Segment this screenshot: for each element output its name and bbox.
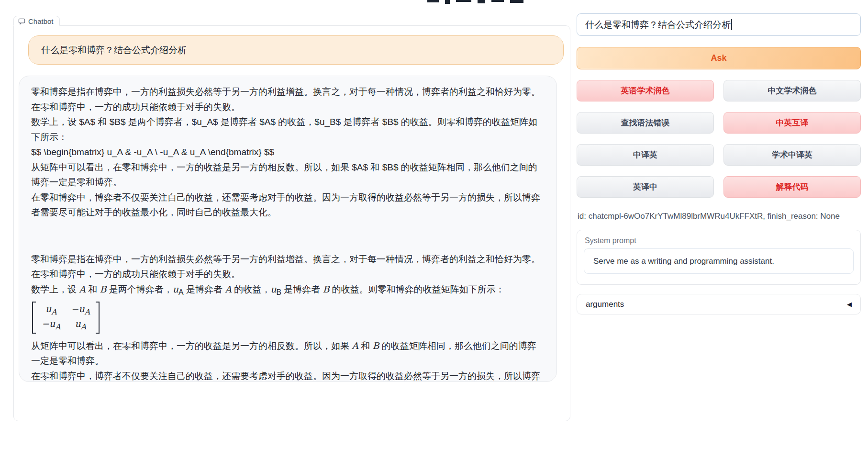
chat-bubble-icon (18, 18, 25, 25)
button-label: 学术中译英 (772, 149, 812, 160)
button-english-academic-polish[interactable]: 英语学术润色 (577, 80, 714, 101)
user-message-text: 什么是零和博弈？结合公式介绍分析 (41, 44, 187, 56)
button-zh-to-en[interactable]: 中译英 (577, 144, 714, 166)
chatbot-panel-label: Chatbot (13, 16, 60, 26)
button-explain-code[interactable]: 解释代码 (723, 176, 861, 198)
system-prompt-input[interactable]: Serve me as a writing and programming as… (584, 248, 854, 274)
text-run: 是博弈者 (281, 284, 323, 294)
button-find-grammar-errors[interactable]: 查找语法错误 (577, 112, 714, 134)
arguments-accordion-label: arguments (586, 300, 624, 309)
button-chinese-academic-polish[interactable]: 中文学术润色 (723, 80, 861, 101)
quick-action-button-grid: 英语学术润色 中文学术润色 查找语法错误 中英互译 中译英 学术中译英 英译中 … (577, 80, 861, 198)
button-academic-zh-to-en[interactable]: 学术中译英 (723, 144, 861, 166)
text-run: 是两个博弈者， (107, 284, 173, 294)
title-glyph-fragment (445, 0, 450, 4)
button-label: 英语学术润色 (621, 85, 670, 96)
bot-message-raw-markdown: 零和博弈是指在博弈中，一方的利益损失必然等于另一方的利益增益。换言之，对于每一种… (31, 84, 545, 220)
button-label: 解释代码 (776, 181, 809, 192)
button-label: 中文学术润色 (768, 85, 817, 96)
system-prompt-label: System prompt (585, 236, 860, 245)
title-glyph-fragment (510, 0, 523, 3)
button-label: 查找语法错误 (621, 117, 670, 128)
button-label: 英译中 (633, 181, 657, 192)
math-subscript: B (276, 288, 281, 296)
text-run: 和 (358, 341, 373, 351)
matrix-cell: −uA (42, 318, 61, 333)
response-status-line: id: chatcmpl-6wOo7KrYTwMl89lbrMWRu4UkFFX… (578, 212, 862, 221)
ask-button-label: Ask (711, 53, 726, 63)
user-message-bubble: 什么是零和博弈？结合公式介绍分析 (28, 35, 564, 65)
question-input-value: 什么是零和博弈？结合公式介绍分析 (585, 19, 731, 31)
matrix-left-bracket (32, 302, 36, 334)
math-var: B (373, 340, 379, 351)
button-label: 中英互译 (776, 117, 809, 128)
math-subscript: A (178, 288, 184, 296)
text-run: 的收益。则零和博弈的收益矩阵如下所示： (330, 284, 505, 294)
text-run: 的收益， (232, 284, 270, 294)
rendered-matrix-row: uA −uA −uA uA (31, 300, 545, 338)
math-var: A (352, 340, 358, 351)
chatbot-panel-label-text: Chatbot (28, 17, 54, 25)
system-prompt-value: Serve me as a writing and programming as… (593, 257, 774, 266)
bot-message-rendered-math-intro: 数学上，设 A 和 B 是两个博弈者，uA 是博弈者 A 的收益，uB 是博弈者… (31, 282, 545, 300)
accordion-collapsed-arrow-icon: ◀ (847, 301, 852, 308)
clipped-page-title (427, 0, 537, 4)
matrix-cell: −uA (71, 303, 90, 318)
math-var: u (270, 284, 276, 294)
button-label: 中译英 (633, 149, 657, 160)
text-run: 从矩阵中可以看出，在零和博弈中，一方的收益是另一方的相反数。所以，如果 (31, 341, 352, 351)
bot-message-bubble: 零和博弈是指在博弈中，一方的利益损失必然等于另一方的利益增益。换言之，对于每一种… (19, 76, 557, 382)
text-run: 是博弈者 (184, 284, 225, 294)
arguments-accordion-header[interactable]: arguments ◀ (577, 294, 861, 314)
payoff-matrix: uA −uA −uA uA (32, 302, 100, 334)
text-cursor (731, 19, 732, 30)
ask-button[interactable]: Ask (577, 47, 861, 69)
matrix-cell: uA (42, 303, 61, 318)
title-glyph-fragment (456, 0, 471, 2)
title-glyph-fragment (478, 0, 485, 3)
paragraph-gap (31, 220, 545, 252)
button-en-to-zh[interactable]: 英译中 (577, 176, 714, 198)
text-run: 数学上，设 (31, 284, 79, 294)
title-glyph-fragment (491, 0, 504, 2)
math-var: A (225, 284, 232, 294)
matrix-cell: uA (71, 318, 90, 333)
math-var: A (79, 284, 86, 294)
question-input[interactable]: 什么是零和博弈？结合公式介绍分析 (577, 13, 861, 36)
bot-message-rendered-conclusion: 从矩阵中可以看出，在零和博弈中，一方的收益是另一方的相反数。所以，如果 A 和 … (31, 338, 545, 369)
matrix-right-bracket (96, 302, 100, 334)
title-glyph-fragment (427, 0, 439, 2)
bot-message-rendered-p1: 零和博弈是指在博弈中，一方的利益损失必然等于另一方的利益增益。换言之，对于每一种… (31, 252, 545, 282)
math-var: B (100, 284, 107, 294)
chatbot-panel: 什么是零和博弈？结合公式介绍分析 零和博弈是指在博弈中，一方的利益损失必然等于另… (13, 25, 570, 421)
bot-message-rendered-p5: 在零和博弈中，博弈者不仅要关注自己的收益，还需要考虑对手的收益。因为一方取得的收… (31, 369, 545, 382)
math-var: B (323, 284, 330, 294)
button-zh-en-mutual-translate[interactable]: 中英互译 (723, 112, 861, 134)
system-prompt-group: System prompt Serve me as a writing and … (577, 230, 861, 285)
text-run: 和 (86, 284, 100, 294)
math-var: u (173, 284, 178, 294)
